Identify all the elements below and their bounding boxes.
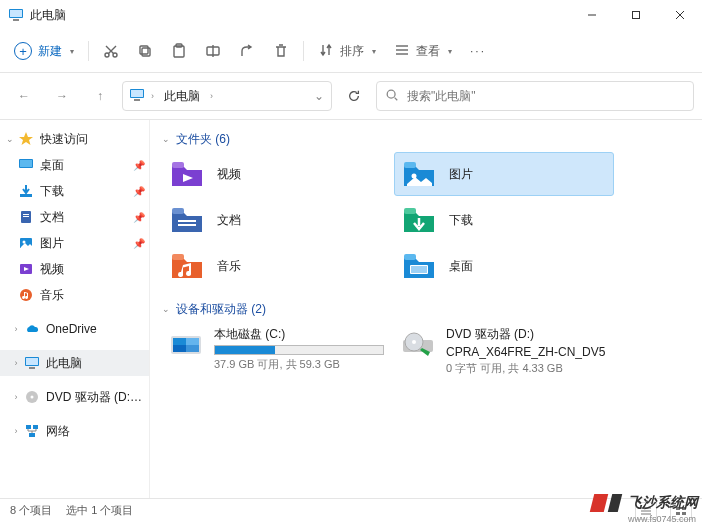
main-area: ⌄ 快速访问 桌面 📌 下载 📌 文档 📌 图片 📌 视频 <box>0 120 702 498</box>
close-button[interactable] <box>658 0 702 30</box>
folder-pictures[interactable]: 图片 <box>394 152 614 196</box>
sidebar-item-this-pc[interactable]: › 此电脑 <box>0 350 149 376</box>
svg-rect-46 <box>178 224 196 226</box>
minimize-button[interactable] <box>570 0 614 30</box>
navigation-bar: ← → ↑ › 此电脑 › ⌄ <box>0 73 702 119</box>
folders-grid: 视频 图片 文档 下载 音乐 桌面 <box>162 152 690 288</box>
folder-music[interactable]: 音乐 <box>162 244 382 288</box>
sidebar-item-label: OneDrive <box>46 322 145 336</box>
search-box[interactable] <box>376 81 694 111</box>
copy-button[interactable] <box>129 36 161 66</box>
videos-icon <box>18 261 34 277</box>
svg-rect-51 <box>411 266 427 273</box>
sidebar-item-music[interactable]: 音乐 <box>0 282 149 308</box>
sidebar-item-label: 音乐 <box>40 287 145 304</box>
videos-icon <box>169 156 205 192</box>
svg-rect-34 <box>26 358 38 365</box>
watermark-accent <box>608 494 622 512</box>
sort-button[interactable]: 排序 ▾ <box>310 36 384 66</box>
folder-label: 图片 <box>449 166 473 183</box>
drive-name: DVD 驱动器 (D:) <box>446 326 608 343</box>
drive-name: 本地磁盘 (C:) <box>214 326 384 343</box>
drive-local-c[interactable]: 本地磁盘 (C:) 37.9 GB 可用, 共 59.3 GB <box>162 322 382 380</box>
search-input[interactable] <box>407 89 685 103</box>
separator <box>88 41 89 61</box>
sidebar-item-downloads[interactable]: 下载 📌 <box>0 178 149 204</box>
folder-downloads[interactable]: 下载 <box>394 198 614 242</box>
download-icon <box>18 183 34 199</box>
svg-rect-10 <box>142 48 150 56</box>
svg-point-37 <box>31 396 34 399</box>
view-label: 查看 <box>416 43 440 60</box>
sidebar-item-pictures[interactable]: 图片 📌 <box>0 230 149 256</box>
up-button[interactable]: ↑ <box>84 80 116 112</box>
svg-rect-53 <box>173 338 186 345</box>
this-pc-icon <box>24 355 40 371</box>
svg-rect-19 <box>131 90 143 97</box>
sidebar-item-documents[interactable]: 文档 📌 <box>0 204 149 230</box>
sidebar-item-videos[interactable]: 视频 <box>0 256 149 282</box>
status-selected: 选中 1 个项目 <box>66 503 133 518</box>
sort-icon <box>318 42 334 61</box>
rename-button[interactable] <box>197 36 229 66</box>
download-icon <box>401 202 437 238</box>
chevron-down-icon: ⌄ <box>162 134 170 144</box>
folder-desktop[interactable]: 桌面 <box>394 244 614 288</box>
maximize-button[interactable] <box>614 0 658 30</box>
drive-subtext: 0 字节 可用, 共 4.33 GB <box>446 361 608 376</box>
address-dropdown[interactable]: ⌄ <box>309 80 329 112</box>
separator <box>303 41 304 61</box>
chevron-right-icon: › <box>10 392 22 402</box>
chevron-down-icon: ⌄ <box>162 304 170 314</box>
view-button[interactable]: 查看 ▾ <box>386 36 460 66</box>
sidebar-item-network[interactable]: › 网络 <box>0 418 149 444</box>
svg-rect-2 <box>13 19 19 21</box>
sidebar-item-label: 下载 <box>40 183 131 200</box>
cloud-icon <box>24 321 40 337</box>
group-drives-header[interactable]: ⌄ 设备和驱动器 (2) <box>162 298 690 320</box>
pin-icon: 📌 <box>133 186 145 197</box>
breadcrumb-segment[interactable]: 此电脑 <box>160 88 204 105</box>
watermark-accent <box>590 494 608 512</box>
disc-drive-icon <box>400 326 436 362</box>
svg-rect-9 <box>140 46 148 54</box>
group-folders-header[interactable]: ⌄ 文件夹 (6) <box>162 128 690 150</box>
svg-rect-35 <box>29 367 35 369</box>
sidebar-item-desktop[interactable]: 桌面 📌 <box>0 152 149 178</box>
svg-rect-40 <box>29 433 35 437</box>
cut-button[interactable] <box>95 36 127 66</box>
paste-button[interactable] <box>163 36 195 66</box>
chevron-right-icon: › <box>10 324 22 334</box>
drive-icon <box>168 326 204 362</box>
svg-point-59 <box>412 340 416 344</box>
share-button[interactable] <box>231 36 263 66</box>
folder-videos[interactable]: 视频 <box>162 152 382 196</box>
refresh-button[interactable] <box>338 80 370 112</box>
pin-icon: 📌 <box>133 212 145 223</box>
new-button-label: 新建 <box>38 43 62 60</box>
folder-documents[interactable]: 文档 <box>162 198 382 242</box>
document-icon <box>18 209 34 225</box>
drives-grid: 本地磁盘 (C:) 37.9 GB 可用, 共 59.3 GB DVD 驱动器 … <box>162 322 690 380</box>
sidebar-quick-access[interactable]: ⌄ 快速访问 <box>0 126 149 152</box>
back-button[interactable]: ← <box>8 80 40 112</box>
sidebar-item-label: 文档 <box>40 209 131 226</box>
chevron-right-icon: › <box>10 358 22 368</box>
sidebar-item-onedrive[interactable]: › OneDrive <box>0 316 149 342</box>
chevron-down-icon: ▾ <box>70 47 74 56</box>
more-button[interactable]: ··· <box>462 36 494 66</box>
forward-button[interactable]: → <box>46 80 78 112</box>
svg-rect-1 <box>10 10 22 17</box>
delete-button[interactable] <box>265 36 297 66</box>
sidebar-item-label: 快速访问 <box>40 131 145 148</box>
folder-label: 音乐 <box>217 258 241 275</box>
sidebar-item-dvd[interactable]: › DVD 驱动器 (D:) CPRA_X64FRE_ZH-CN_DV5 <box>0 384 149 410</box>
address-bar[interactable]: › 此电脑 › ⌄ <box>122 81 332 111</box>
svg-rect-39 <box>33 425 38 429</box>
svg-rect-24 <box>20 160 32 167</box>
search-icon <box>385 88 399 105</box>
chevron-right-icon: › <box>151 91 154 101</box>
svg-rect-27 <box>23 214 29 215</box>
new-button[interactable]: + 新建 ▾ <box>6 36 82 66</box>
drive-dvd-d[interactable]: DVD 驱动器 (D:) CPRA_X64FRE_ZH-CN_DV5 0 字节 … <box>394 322 614 380</box>
